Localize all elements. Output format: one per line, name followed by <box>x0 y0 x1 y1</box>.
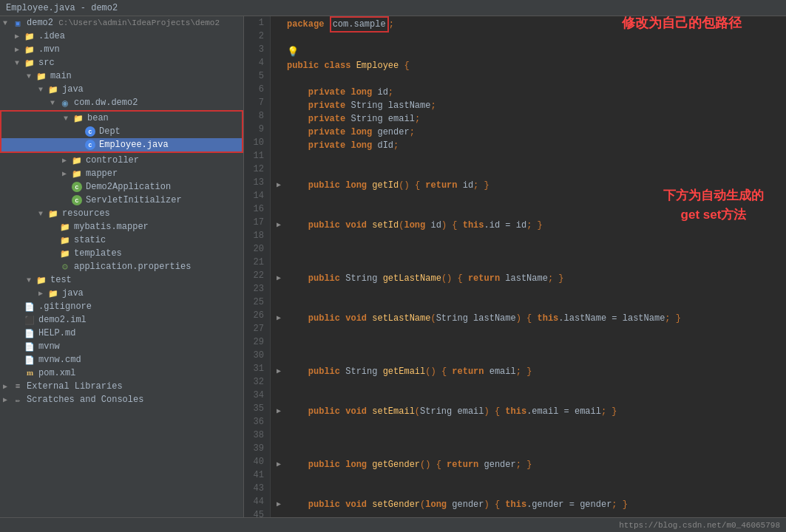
line-num: 4 <box>250 56 264 69</box>
expand-arrow: ▶ <box>3 382 12 391</box>
line-num: 13 <box>250 176 264 189</box>
code-area[interactable]: 修改为自己的包路径 下方为自动生成的 get set方法 package com… <box>271 16 786 517</box>
expand-arrow: ▼ <box>27 276 35 284</box>
code-line-20 <box>277 245 780 259</box>
sidebar-item-static[interactable]: 📁 static <box>0 233 243 247</box>
sidebar-item-controller[interactable]: ▶ 📁 controller <box>0 154 243 167</box>
line-num: 30 <box>250 349 264 362</box>
code-line-4: public class Employee { <box>277 59 780 72</box>
fold-arrow[interactable]: ▶ <box>277 312 285 325</box>
fold-arrow[interactable]: ▶ <box>277 272 285 285</box>
line-num: 8 <box>250 109 264 123</box>
sidebar-item-demo2app[interactable]: C Demo2Application <box>0 180 243 194</box>
expand-arrow: ▶ <box>62 156 71 165</box>
line-num: 32 <box>250 375 264 389</box>
sidebar-item-servlet[interactable]: C ServletInitializer <box>0 194 243 207</box>
sidebar-label: mvnw <box>38 341 243 352</box>
file-icon: ⬛ <box>24 314 35 326</box>
sidebar-item-bean[interactable]: ▼ 📁 bean <box>1 112 242 125</box>
sidebar-label: resources <box>62 208 243 219</box>
code-line-6: private long id; <box>277 86 780 99</box>
project-sidebar[interactable]: ▼ ▣ demo2 C:\Users\admin\IdeaProjects\de… <box>0 16 244 517</box>
lightbulb-icon: 💡 <box>287 46 299 59</box>
folder-icon: 📁 <box>24 30 35 42</box>
code-line-13: ▶ public long getId() { return id; } <box>277 179 780 192</box>
sidebar-item-mapper[interactable]: ▶ 📁 mapper <box>0 167 243 180</box>
sidebar-label: java <box>62 84 243 95</box>
class-icon: C <box>71 181 83 193</box>
sidebar-label: bean <box>87 113 242 123</box>
sidebar-item-src[interactable]: ▼ 📁 src <box>0 56 243 69</box>
code-line-17: ▶ public void setId(long id) { this.id =… <box>277 219 780 232</box>
sidebar-label: mybatis.mapper <box>74 222 243 232</box>
sidebar-item-gitignore[interactable]: 📄 .gitignore <box>0 300 243 313</box>
sidebar-item-java-test[interactable]: ▶ 📁 java <box>0 287 243 300</box>
sidebar-label: static <box>74 235 243 245</box>
folder-icon: 📁 <box>35 274 47 286</box>
sidebar-label: controller <box>86 155 243 166</box>
sidebar-label: application.properties <box>74 262 243 272</box>
sidebar-item-appprops[interactable]: ⚙ application.properties <box>0 260 243 273</box>
folder-icon: 📁 <box>71 154 83 166</box>
sidebar-label: src <box>38 58 243 68</box>
folder-icon: 📁 <box>47 287 59 299</box>
code-line-43 <box>277 485 780 498</box>
line-num: 43 <box>250 482 264 495</box>
sidebar-item-pom[interactable]: 𝐦 pom.xml <box>0 366 243 380</box>
sidebar-item-iml[interactable]: ⬛ demo2.iml <box>0 313 243 327</box>
sidebar-item-help[interactable]: 📄 HELP.md <box>0 327 243 340</box>
sidebar-item-resources[interactable]: ▼ 📁 resources <box>0 207 243 220</box>
code-editor[interactable]: 1 2 3 4 5 6 7 8 9 10 11 12 13 14 16 17 1… <box>244 16 786 517</box>
sidebar-label: ServletInitializer <box>86 195 243 205</box>
fold-arrow[interactable]: ▶ <box>277 405 285 418</box>
code-line-36 <box>277 418 780 432</box>
fold-arrow[interactable]: ▶ <box>277 365 285 378</box>
code-line-16 <box>277 205 780 219</box>
sidebar-item-demo2[interactable]: ▼ ▣ demo2 C:\Users\admin\IdeaProjects\de… <box>0 16 243 30</box>
line-num: 5 <box>250 69 264 83</box>
sidebar-item-mvnw[interactable]: 📄 mvnw <box>0 340 243 353</box>
line-num: 3 <box>250 43 264 56</box>
sidebar-item-java[interactable]: ▼ 📁 java <box>0 83 243 96</box>
expand-arrow: ▼ <box>64 115 72 123</box>
sidebar-item-employee[interactable]: C Employee.java <box>1 138 242 151</box>
expand-arrow: ▶ <box>62 169 71 178</box>
sidebar-item-mvnwcmd[interactable]: 📄 mvnw.cmd <box>0 353 243 366</box>
code-line-30 <box>277 352 780 365</box>
line-num: 17 <box>250 216 264 229</box>
line-num: 23 <box>250 282 264 296</box>
line-num: 41 <box>250 468 264 482</box>
sidebar-item-idea[interactable]: ▶ 📁 .idea <box>0 30 243 43</box>
sidebar-item-test[interactable]: ▼ 📁 test <box>0 273 243 287</box>
sidebar-label: java <box>62 288 243 299</box>
folder-icon: 📁 <box>59 221 71 233</box>
sidebar-label: External Libraries <box>27 381 243 392</box>
fold-arrow[interactable]: ▶ <box>277 179 285 192</box>
line-num: 34 <box>250 389 264 402</box>
sidebar-item-mvn[interactable]: ▶ 📁 .mvn <box>0 43 243 56</box>
sidebar-label: test <box>50 275 243 285</box>
folder-icon: 📁 <box>24 44 35 55</box>
expand-arrow: ▼ <box>3 19 12 27</box>
line-num: 6 <box>250 83 264 96</box>
sidebar-item-templates[interactable]: 📁 templates <box>0 247 243 260</box>
line-num: 18 <box>250 229 264 242</box>
fold-arrow[interactable]: ▶ <box>277 458 285 471</box>
code-line-23 <box>277 285 780 299</box>
code-line-26: ▶ public void setLastName(String lastNam… <box>277 312 780 325</box>
code-line-7: private String lastName; <box>277 99 780 112</box>
sidebar-item-scratches[interactable]: ▶ ✏ Scratches and Consoles <box>0 393 243 406</box>
extlib-icon: ≡ <box>12 381 24 392</box>
fold-arrow[interactable]: ▶ <box>277 219 285 232</box>
sidebar-item-extlib[interactable]: ▶ ≡ External Libraries <box>0 380 243 393</box>
line-num: 25 <box>250 296 264 309</box>
class-icon: C <box>84 139 96 151</box>
sidebar-item-main[interactable]: ▼ 📁 main <box>0 69 243 83</box>
fold-arrow[interactable]: ▶ <box>277 498 285 511</box>
top-bar: Employee.java - demo2 <box>0 0 786 16</box>
sidebar-item-dept[interactable]: C Dept <box>1 125 242 138</box>
sidebar-item-package[interactable]: ▼ ◉ com.dw.demo2 <box>0 96 243 109</box>
line-num: 45 <box>250 508 264 517</box>
folder-icon: 📁 <box>59 234 71 246</box>
sidebar-item-mybatis[interactable]: 📁 mybatis.mapper <box>0 220 243 233</box>
